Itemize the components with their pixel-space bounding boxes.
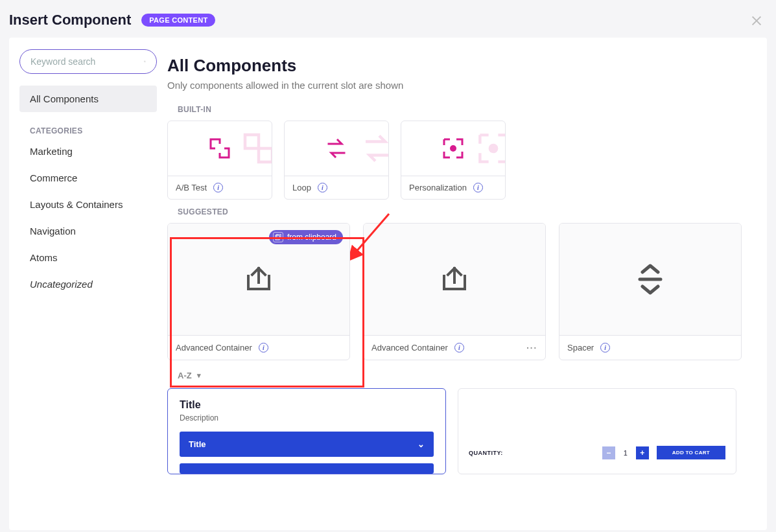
suggested-card-clipboard-label: Advanced Container (176, 343, 252, 353)
info-icon[interactable] (213, 183, 223, 192)
svg-rect-4 (215, 144, 224, 153)
sidebar-item-uncategorized[interactable]: Uncategorized (19, 271, 157, 297)
svg-rect-10 (277, 234, 281, 238)
svg-point-8 (489, 144, 499, 154)
quantity-value: 1 (619, 449, 632, 457)
preview-title: Title (180, 399, 434, 411)
sidebar-item-marketing[interactable]: Marketing (19, 138, 157, 165)
container-icon (243, 266, 274, 293)
main-content: All Components Only components allowed i… (167, 38, 767, 530)
preview-bar-solid (180, 463, 434, 474)
sidebar-item-layouts[interactable]: Layouts & Containers (19, 191, 157, 218)
close-icon[interactable] (750, 14, 763, 27)
clipboard-icon (273, 232, 283, 242)
svg-line-1 (145, 62, 146, 62)
built-in-loop[interactable]: Loop (284, 121, 389, 200)
search-input[interactable] (30, 56, 144, 67)
suggested-card-advanced-container[interactable]: Advanced Container ··· (363, 223, 546, 360)
sidebar: All Components CATEGORIES Marketing Comm… (9, 38, 167, 530)
svg-point-7 (450, 145, 456, 152)
add-to-cart-button[interactable]: ADD TO CART (657, 446, 725, 459)
built-in-abtest[interactable]: A/B Test (167, 121, 272, 200)
from-clipboard-badge: from clipboard (269, 230, 343, 244)
modal-title: Insert Component (9, 12, 131, 29)
quantity-plus-button[interactable]: + (636, 446, 649, 459)
component-card-quantity[interactable]: QUANTITY: − 1 + ADD TO CART (458, 388, 736, 474)
component-card-accordion[interactable]: Title Description Title ⌄ (167, 388, 446, 474)
suggested-card-spacer-label: Spacer (567, 343, 594, 353)
preview-bar: Title ⌄ (180, 432, 434, 457)
chevron-down-icon: ⌄ (417, 439, 425, 449)
svg-rect-6 (259, 148, 272, 162)
preview-desc: Description (180, 413, 434, 422)
built-in-loop-label: Loop (292, 183, 311, 192)
search-icon (144, 56, 146, 67)
suggested-heading: SUGGESTED (167, 207, 754, 216)
svg-rect-9 (276, 235, 279, 240)
page-content-badge: PAGE CONTENT (141, 14, 215, 27)
built-in-personalization-label: Personalization (409, 183, 467, 192)
loop-icon (325, 139, 348, 158)
svg-point-0 (144, 61, 145, 62)
suggested-card-advanced-container-label: Advanced Container (371, 343, 448, 353)
sidebar-item-navigation[interactable]: Navigation (19, 218, 157, 244)
info-icon[interactable] (318, 183, 327, 192)
sidebar-all-components[interactable]: All Components (19, 86, 157, 112)
quantity-minus-button[interactable]: − (602, 446, 615, 459)
main-title: All Components (167, 56, 754, 76)
built-in-abtest-label: A/B Test (176, 183, 207, 192)
quantity-label: QUANTITY: (469, 450, 503, 456)
suggested-card-spacer[interactable]: Spacer (559, 223, 742, 360)
search-wrap[interactable] (19, 49, 157, 74)
container-icon (439, 266, 470, 293)
sidebar-item-atoms[interactable]: Atoms (19, 244, 157, 271)
chevron-down-icon: ▾ (197, 371, 201, 380)
more-menu-icon[interactable]: ··· (526, 343, 537, 353)
info-icon[interactable] (600, 343, 610, 353)
built-in-heading: BUILT-IN (167, 105, 754, 114)
sidebar-item-commerce[interactable]: Commerce (19, 165, 157, 191)
personalization-icon (441, 136, 465, 161)
abtest-icon (207, 135, 233, 161)
info-icon[interactable] (259, 343, 268, 353)
sort-dropdown[interactable]: A-Z ▾ (167, 360, 754, 388)
info-icon[interactable] (473, 183, 483, 192)
svg-rect-5 (245, 135, 259, 148)
main-subtitle: Only components allowed in the current s… (167, 80, 754, 91)
built-in-personalization[interactable]: Personalization (401, 121, 506, 200)
categories-heading: CATEGORIES (19, 120, 157, 138)
spacer-icon (637, 263, 663, 295)
suggested-card-clipboard[interactable]: from clipboard Advanced Container (167, 223, 350, 360)
info-icon[interactable] (454, 343, 464, 353)
